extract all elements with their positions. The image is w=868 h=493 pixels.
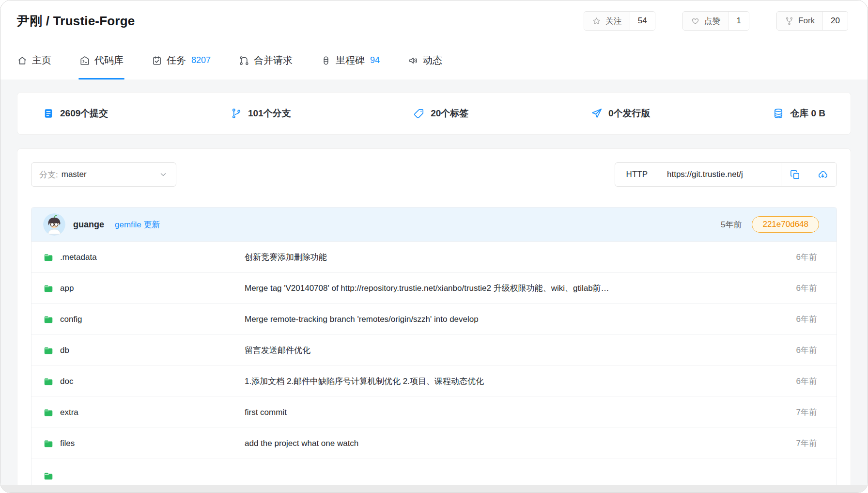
extra: extra first commit 7年前 — [31, 397, 837, 428]
merge-icon — [239, 55, 249, 66]
page-body: 2609个提交 101个分支 20个标签 0个发行版 — [0, 80, 868, 493]
file-commit-message[interactable]: add the project what one watch — [245, 439, 790, 448]
file-link[interactable]: config — [43, 314, 245, 325]
tab-label: 动态 — [423, 54, 442, 67]
db: db 留言发送邮件优化 6年前 — [31, 334, 837, 366]
repo-tabbar: 主页 代码库 任务 8207 合并请求 里 — [0, 41, 868, 80]
file-name: config — [60, 315, 82, 324]
clone-url-group: HTTP — [615, 162, 837, 187]
activity-icon — [408, 55, 418, 66]
download-button[interactable] — [809, 163, 837, 186]
stat-tags[interactable]: 20个标签 — [413, 107, 468, 120]
file-link[interactable]: db — [43, 345, 245, 356]
stat-label: 仓库 0 B — [790, 107, 825, 120]
folder-icon — [43, 376, 54, 387]
doc: doc 1.添加文档 2.邮件中缺陷序号计算机制优化 2.项目、课程动态优化 6… — [31, 366, 837, 397]
file-time: 7年前 — [796, 438, 817, 449]
branch-icon — [231, 108, 242, 119]
fork-icon — [785, 16, 794, 26]
file-time: 6年前 — [796, 345, 817, 356]
file-link[interactable]: extra — [43, 407, 245, 418]
file-commit-message[interactable]: 留言发送邮件优化 — [245, 345, 790, 356]
action-label: Fork — [798, 16, 815, 26]
stat-commits[interactable]: 2609个提交 — [43, 107, 108, 120]
avatar[interactable] — [43, 213, 65, 236]
tab-pulls[interactable]: 合并请求 — [239, 41, 293, 80]
file-link[interactable]: files — [43, 438, 245, 449]
storage-icon — [773, 108, 784, 119]
commit-time: 5年前 — [721, 219, 742, 230]
file-commit-message[interactable]: 创新竞赛添加删除功能 — [245, 252, 790, 263]
tab-label: 任务 — [167, 54, 186, 67]
watch-button[interactable]: 关注 54 — [584, 11, 655, 31]
action-count: 20 — [822, 12, 848, 30]
file-name: extra — [60, 408, 78, 417]
stat-releases[interactable]: 0个发行版 — [591, 107, 651, 120]
tab-issues[interactable]: 任务 8207 — [152, 41, 211, 80]
folder-icon — [43, 283, 54, 294]
file-time: 6年前 — [796, 283, 817, 294]
tab-home[interactable]: 主页 — [17, 41, 51, 80]
.metadata: .metadata 创新竞赛添加删除功能 6年前 — [31, 241, 837, 272]
fork-button[interactable]: Fork 20 — [776, 11, 848, 31]
home-icon — [17, 55, 28, 66]
file-name: files — [60, 439, 75, 448]
repo-actions: 关注 54 点赞 1 Fork — [584, 11, 848, 31]
tag-icon — [413, 108, 425, 119]
protocol-toggle[interactable]: HTTP — [615, 163, 659, 186]
file-link[interactable]: app — [43, 283, 245, 294]
cloud-download-icon — [817, 169, 828, 180]
file-table: guange gemfile 更新 5年前 221e70d648 .metada… — [31, 207, 837, 493]
files: files add the project what one watch 7年前 — [31, 428, 837, 459]
file-name: app — [60, 284, 74, 293]
folder-icon — [43, 471, 54, 481]
file-time: 6年前 — [796, 314, 817, 325]
tab-activity[interactable]: 动态 — [408, 41, 442, 80]
folder-icon — [43, 314, 54, 325]
action-label: 关注 — [605, 16, 622, 27]
file-commit-message[interactable]: first commit — [245, 408, 790, 417]
clone-url-input[interactable] — [659, 163, 781, 186]
file-name: db — [60, 346, 69, 355]
tab-count: 8207 — [191, 55, 211, 65]
folder-icon — [43, 407, 54, 418]
file-link[interactable]: .metadata — [43, 252, 245, 263]
folder-icon — [43, 438, 54, 449]
repo-stats-bar: 2609个提交 101个分支 20个标签 0个发行版 — [17, 92, 851, 135]
config: config Merge remote-tracking branch 'rem… — [31, 303, 837, 334]
repo-files-card: 分支: master HTTP — [17, 148, 851, 493]
file-time: 7年前 — [796, 407, 817, 418]
folder-icon — [43, 252, 54, 263]
repo-header: 尹刚 / Trustie-Forge 关注 54 点赞 1 — [0, 0, 868, 41]
stat-storage[interactable]: 仓库 0 B — [773, 107, 825, 120]
copy-url-button[interactable] — [781, 163, 809, 186]
branch-selector[interactable]: 分支: master — [31, 162, 176, 187]
page-title: 尹刚 / Trustie-Forge — [17, 13, 135, 30]
file-commit-message[interactable]: 1.添加文档 2.邮件中缺陷序号计算机制优化 2.项目、课程动态优化 — [245, 376, 790, 387]
tab-label: 合并请求 — [254, 54, 293, 67]
file-link[interactable]: doc — [43, 376, 245, 387]
window-bottom-edge — [0, 485, 868, 493]
file-link[interactable] — [43, 471, 245, 481]
repo-toolbar: 分支: master HTTP — [31, 162, 837, 187]
heart-icon — [691, 16, 700, 26]
task-icon — [152, 55, 162, 66]
action-count: 1 — [728, 12, 749, 30]
tab-label: 代码库 — [94, 54, 124, 67]
commit-author[interactable]: guange — [73, 220, 104, 230]
milestone-icon — [321, 55, 331, 66]
file-commit-message[interactable]: Merge tag 'V20140708' of http://reposito… — [245, 283, 790, 294]
tab-milestones[interactable]: 里程碑 94 — [321, 41, 380, 80]
file-commit-message[interactable]: Merge remote-tracking branch 'remotes/or… — [245, 315, 790, 324]
action-count: 54 — [630, 12, 655, 30]
commit-sha-badge[interactable]: 221e70d648 — [752, 216, 819, 233]
tab-repository[interactable]: 代码库 — [79, 41, 124, 80]
commit-message-link[interactable]: gemfile 更新 — [115, 219, 160, 230]
app-window: 尹刚 / Trustie-Forge 关注 54 点赞 1 — [0, 0, 868, 493]
stat-branches[interactable]: 101个分支 — [231, 107, 291, 120]
branch-value: master — [62, 170, 87, 179]
repo-icon — [79, 55, 90, 66]
branch-label: 分支: — [39, 169, 58, 180]
tab-label: 里程碑 — [336, 54, 365, 67]
praise-button[interactable]: 点赞 1 — [682, 11, 749, 31]
